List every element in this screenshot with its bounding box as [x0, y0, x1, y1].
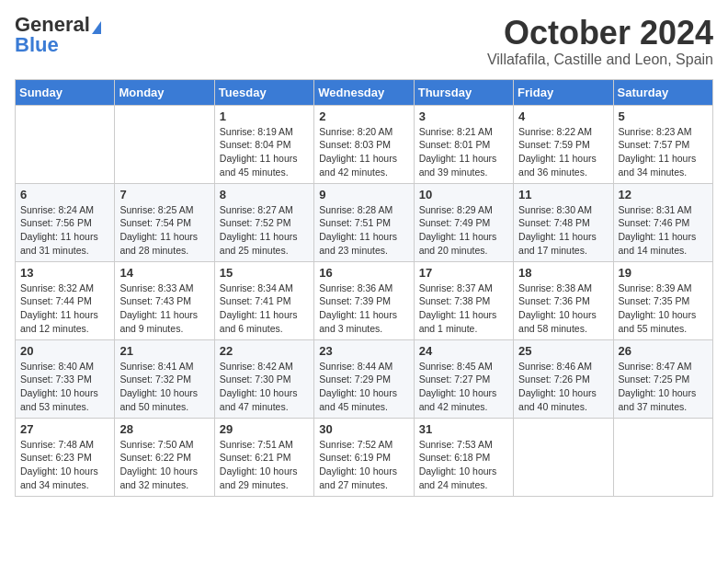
day-info: Sunrise: 8:42 AM Sunset: 7:30 PM Dayligh…: [220, 360, 309, 414]
calendar-cell: 7Sunrise: 8:25 AM Sunset: 7:54 PM Daylig…: [115, 183, 214, 261]
day-info: Sunrise: 8:22 AM Sunset: 7:59 PM Dayligh…: [518, 125, 608, 179]
day-info: Sunrise: 8:41 AM Sunset: 7:32 PM Dayligh…: [119, 360, 209, 414]
logo-triangle-icon: [92, 21, 101, 34]
calendar-cell: 14Sunrise: 8:33 AM Sunset: 7:43 PM Dayli…: [115, 261, 214, 339]
calendar-cell: 17Sunrise: 8:37 AM Sunset: 7:38 PM Dayli…: [414, 261, 513, 339]
day-info: Sunrise: 7:48 AM Sunset: 6:23 PM Dayligh…: [20, 438, 109, 492]
calendar-cell: 13Sunrise: 8:32 AM Sunset: 7:44 PM Dayli…: [16, 261, 115, 339]
calendar-cell: 22Sunrise: 8:42 AM Sunset: 7:30 PM Dayli…: [214, 339, 313, 418]
day-number: 23: [319, 344, 408, 358]
header: General Blue October 2024 Villafafila, C…: [15, 15, 713, 68]
calendar-cell: [613, 418, 712, 496]
day-info: Sunrise: 8:40 AM Sunset: 7:33 PM Dayligh…: [20, 360, 109, 414]
calendar-cell: 20Sunrise: 8:40 AM Sunset: 7:33 PM Dayli…: [16, 339, 115, 418]
weekday-header-sunday: Sunday: [16, 79, 115, 105]
calendar-cell: 1Sunrise: 8:19 AM Sunset: 8:04 PM Daylig…: [214, 105, 313, 183]
calendar-cell: [115, 105, 214, 183]
weekday-header-wednesday: Wednesday: [314, 79, 414, 105]
calendar-week-row: 1Sunrise: 8:19 AM Sunset: 8:04 PM Daylig…: [16, 105, 713, 183]
day-number: 27: [20, 422, 109, 436]
calendar-cell: [16, 105, 115, 183]
day-number: 16: [319, 266, 408, 280]
calendar-cell: 30Sunrise: 7:52 AM Sunset: 6:19 PM Dayli…: [314, 418, 414, 496]
calendar-cell: 19Sunrise: 8:39 AM Sunset: 7:35 PM Dayli…: [613, 261, 712, 339]
day-info: Sunrise: 8:29 AM Sunset: 7:49 PM Dayligh…: [419, 203, 508, 258]
day-number: 21: [119, 344, 209, 358]
weekday-header-row: SundayMondayTuesdayWednesdayThursdayFrid…: [16, 79, 713, 105]
calendar-cell: 21Sunrise: 8:41 AM Sunset: 7:32 PM Dayli…: [115, 339, 214, 418]
day-number: 8: [220, 188, 309, 201]
day-info: Sunrise: 7:51 AM Sunset: 6:21 PM Dayligh…: [220, 438, 309, 492]
calendar-cell: 15Sunrise: 8:34 AM Sunset: 7:41 PM Dayli…: [214, 261, 313, 339]
day-number: 26: [619, 344, 708, 358]
day-number: 9: [319, 188, 408, 201]
day-number: 17: [419, 266, 508, 280]
weekday-header-friday: Friday: [514, 79, 613, 105]
location-title: Villafafila, Castille and Leon, Spain: [487, 52, 713, 68]
day-number: 19: [619, 266, 708, 280]
day-info: Sunrise: 8:37 AM Sunset: 7:38 PM Dayligh…: [419, 282, 508, 336]
day-info: Sunrise: 8:44 AM Sunset: 7:29 PM Dayligh…: [319, 360, 408, 414]
calendar-cell: 5Sunrise: 8:23 AM Sunset: 7:57 PM Daylig…: [613, 105, 712, 183]
day-info: Sunrise: 7:50 AM Sunset: 6:22 PM Dayligh…: [119, 438, 209, 492]
weekday-header-saturday: Saturday: [613, 79, 712, 105]
day-number: 28: [119, 422, 209, 436]
calendar-cell: 16Sunrise: 8:36 AM Sunset: 7:39 PM Dayli…: [314, 261, 414, 339]
calendar-week-row: 27Sunrise: 7:48 AM Sunset: 6:23 PM Dayli…: [16, 418, 713, 496]
day-number: 31: [419, 422, 508, 436]
day-number: 2: [319, 109, 408, 123]
calendar-cell: 3Sunrise: 8:21 AM Sunset: 8:01 PM Daylig…: [414, 105, 513, 183]
calendar-cell: 4Sunrise: 8:22 AM Sunset: 7:59 PM Daylig…: [514, 105, 613, 183]
calendar-cell: 18Sunrise: 8:38 AM Sunset: 7:36 PM Dayli…: [514, 261, 613, 339]
calendar-cell: 24Sunrise: 8:45 AM Sunset: 7:27 PM Dayli…: [414, 339, 513, 418]
calendar-cell: [514, 418, 613, 496]
day-info: Sunrise: 8:31 AM Sunset: 7:46 PM Dayligh…: [619, 203, 708, 258]
day-number: 10: [419, 188, 508, 201]
day-info: Sunrise: 8:34 AM Sunset: 7:41 PM Dayligh…: [220, 282, 309, 336]
day-info: Sunrise: 7:53 AM Sunset: 6:18 PM Dayligh…: [419, 438, 508, 492]
calendar-week-row: 6Sunrise: 8:24 AM Sunset: 7:56 PM Daylig…: [16, 183, 713, 261]
calendar-cell: 8Sunrise: 8:27 AM Sunset: 7:52 PM Daylig…: [214, 183, 313, 261]
day-number: 13: [20, 266, 109, 280]
day-info: Sunrise: 8:46 AM Sunset: 7:26 PM Dayligh…: [518, 360, 608, 414]
day-number: 18: [518, 266, 608, 280]
calendar-cell: 10Sunrise: 8:29 AM Sunset: 7:49 PM Dayli…: [414, 183, 513, 261]
title-area: October 2024 Villafafila, Castille and L…: [487, 15, 713, 68]
day-number: 3: [419, 109, 508, 123]
calendar-week-row: 13Sunrise: 8:32 AM Sunset: 7:44 PM Dayli…: [16, 261, 713, 339]
day-number: 30: [319, 422, 408, 436]
calendar-cell: 9Sunrise: 8:28 AM Sunset: 7:51 PM Daylig…: [314, 183, 414, 261]
calendar-cell: 25Sunrise: 8:46 AM Sunset: 7:26 PM Dayli…: [514, 339, 613, 418]
calendar-cell: 23Sunrise: 8:44 AM Sunset: 7:29 PM Dayli…: [314, 339, 414, 418]
day-number: 29: [220, 422, 309, 436]
day-info: Sunrise: 8:39 AM Sunset: 7:35 PM Dayligh…: [619, 282, 708, 336]
calendar-cell: 12Sunrise: 8:31 AM Sunset: 7:46 PM Dayli…: [613, 183, 712, 261]
day-info: Sunrise: 8:45 AM Sunset: 7:27 PM Dayligh…: [419, 360, 508, 414]
day-info: Sunrise: 8:20 AM Sunset: 8:03 PM Dayligh…: [319, 125, 408, 179]
calendar-table: SundayMondayTuesdayWednesdayThursdayFrid…: [15, 79, 713, 497]
day-number: 7: [119, 188, 209, 201]
day-info: Sunrise: 8:28 AM Sunset: 7:51 PM Dayligh…: [319, 203, 408, 258]
weekday-header-tuesday: Tuesday: [214, 79, 313, 105]
weekday-header-monday: Monday: [115, 79, 214, 105]
calendar-cell: 2Sunrise: 8:20 AM Sunset: 8:03 PM Daylig…: [314, 105, 414, 183]
day-number: 4: [518, 109, 608, 123]
day-info: Sunrise: 8:32 AM Sunset: 7:44 PM Dayligh…: [20, 282, 109, 336]
calendar-cell: 31Sunrise: 7:53 AM Sunset: 6:18 PM Dayli…: [414, 418, 513, 496]
month-title: October 2024: [487, 15, 713, 52]
day-number: 11: [518, 188, 608, 201]
day-number: 20: [20, 344, 109, 358]
day-number: 5: [619, 109, 708, 123]
day-number: 24: [419, 344, 508, 358]
day-info: Sunrise: 8:33 AM Sunset: 7:43 PM Dayligh…: [119, 282, 209, 336]
calendar-week-row: 20Sunrise: 8:40 AM Sunset: 7:33 PM Dayli…: [16, 339, 713, 418]
day-info: Sunrise: 8:47 AM Sunset: 7:25 PM Dayligh…: [619, 360, 708, 414]
day-info: Sunrise: 8:36 AM Sunset: 7:39 PM Dayligh…: [319, 282, 408, 336]
calendar-cell: 27Sunrise: 7:48 AM Sunset: 6:23 PM Dayli…: [16, 418, 115, 496]
day-info: Sunrise: 8:23 AM Sunset: 7:57 PM Dayligh…: [619, 125, 708, 179]
logo: General Blue: [15, 15, 101, 55]
weekday-header-thursday: Thursday: [414, 79, 513, 105]
day-number: 14: [119, 266, 209, 280]
day-info: Sunrise: 7:52 AM Sunset: 6:19 PM Dayligh…: [319, 438, 408, 492]
day-info: Sunrise: 8:19 AM Sunset: 8:04 PM Dayligh…: [220, 125, 309, 179]
